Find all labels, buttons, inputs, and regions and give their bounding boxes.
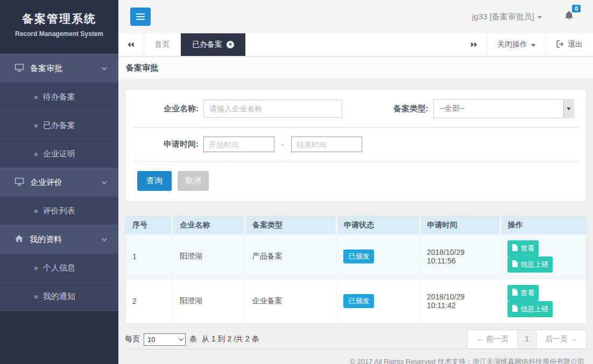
sidebar-item-personal-info[interactable]: » 个人信息 <box>0 253 118 282</box>
record-type-group: 备案类型: --全部-- <box>377 99 574 118</box>
sidebar-item-company-certificate[interactable]: » 企业证明 <box>0 139 118 168</box>
cell-type: 企业备案 <box>245 279 336 324</box>
form-row-2: 申请时间: - <box>125 128 586 161</box>
double-angle-icon: » <box>34 206 38 215</box>
tabs-scroll-right-button[interactable] <box>462 33 486 56</box>
logout-button[interactable]: 退出 <box>546 33 593 56</box>
notifications-button[interactable]: 0 <box>563 10 575 23</box>
topbar-right: jg33 [备案审批员] 0 <box>472 10 577 23</box>
info-chain-button[interactable]: 信息上链 <box>507 301 553 317</box>
col-actions: 操作 <box>500 216 587 235</box>
end-time-input[interactable] <box>291 137 362 152</box>
double-angle-icon: » <box>34 292 38 301</box>
view-button[interactable]: 查看 <box>507 240 539 256</box>
table-row: 2 阳澄湖 企业备案 已颁发 2018/10/29 10:11:42 查看信息上… <box>125 279 587 324</box>
record-type-label: 备案类型: <box>377 104 428 114</box>
home-icon <box>15 234 24 244</box>
tabs-scroll-left-button[interactable] <box>118 33 143 56</box>
brand-title: 备案管理系统 <box>0 11 118 26</box>
current-page-button[interactable]: 1 <box>518 330 536 348</box>
form-row-1: 企业名称: 备案类型: --全部-- <box>125 99 586 127</box>
sidebar-item-label: 我的资料 <box>30 234 62 245</box>
double-angle-icon: » <box>34 121 38 130</box>
sidebar-item-label: 已办备案 <box>43 120 75 131</box>
chevron-down-icon <box>102 236 107 241</box>
document-icon <box>512 244 518 253</box>
tab-done-records[interactable]: 已办备案 × <box>181 33 245 56</box>
tab-label: 已办备案 <box>192 40 222 49</box>
tab-home[interactable]: 首页 <box>143 33 181 56</box>
cancel-button[interactable]: 取消 <box>178 171 209 191</box>
sidebar-item-record-approval[interactable]: 备案审批 <box>0 54 118 82</box>
document-icon <box>512 260 518 269</box>
prev-page-button[interactable]: ← 前一页 <box>468 330 518 348</box>
double-angle-icon: » <box>34 149 38 158</box>
close-icon[interactable]: × <box>227 41 234 48</box>
info-chain-button[interactable]: 信息上链 <box>507 256 553 273</box>
double-angle-icon: » <box>34 92 38 101</box>
notification-badge: 0 <box>572 5 581 12</box>
search-button[interactable]: 查询 <box>137 171 172 191</box>
record-type-select[interactable]: --全部-- <box>433 99 574 118</box>
sidebar-item-pending-records[interactable]: » 待办备案 <box>0 82 118 111</box>
sidebar-filler <box>0 310 118 364</box>
document-icon <box>512 305 518 313</box>
sidebar-item-label: 备案审批 <box>30 63 62 74</box>
sidebar-item-label: 待办备案 <box>43 92 75 102</box>
cell-company: 阳澄湖 <box>172 234 245 279</box>
cell-time: 2018/10/29 10:11:42 <box>420 279 500 324</box>
main-area: jg33 [备案审批员] 0 首页 已办备案 × 关闭操作 <box>118 0 593 364</box>
sidebar-item-my-profile[interactable]: 我的资料 <box>0 225 118 253</box>
sidebar-item-label: 个人信息 <box>43 263 75 273</box>
start-time-input[interactable] <box>203 137 274 152</box>
sidebar-item-label: 我的通知 <box>43 291 75 302</box>
cell-company: 阳澄湖 <box>172 279 245 324</box>
sidebar-item-label: 评价列表 <box>43 206 75 216</box>
caret-down-icon <box>179 336 183 340</box>
select-arrow-button[interactable] <box>563 100 573 117</box>
sidebar-item-my-notifications[interactable]: » 我的通知 <box>0 282 118 310</box>
search-panel: 企业名称: 备案类型: --全部-- 申请时间: - <box>125 89 587 202</box>
monitor-icon <box>15 63 24 74</box>
company-name-label: 企业名称: <box>137 104 199 114</box>
double-chevron-left-icon <box>128 40 134 49</box>
record-type-value: --全部-- <box>434 104 465 113</box>
sidebar-item-done-records[interactable]: » 已办备案 <box>0 111 118 139</box>
apply-time-label: 申请时间: <box>137 139 199 149</box>
cell-index: 1 <box>125 234 173 279</box>
cell-index: 2 <box>125 279 173 324</box>
col-type: 备案类型 <box>245 216 336 235</box>
next-page-button[interactable]: 后一页 → <box>536 330 586 348</box>
sidebar-item-evaluation-list[interactable]: » 评价列表 <box>0 196 118 225</box>
caret-down-icon <box>567 108 571 110</box>
status-badge: 已颁发 <box>343 294 374 308</box>
sidebar-item-company-evaluation[interactable]: 企业评价 <box>0 168 118 196</box>
brand-subtitle: Record Management System <box>0 30 118 38</box>
col-time: 申请时间 <box>420 216 500 235</box>
unit-label: 条 <box>189 334 197 344</box>
company-name-input[interactable] <box>203 99 342 118</box>
range-separator: - <box>281 140 284 149</box>
sidebar-toggle-button[interactable] <box>130 8 151 26</box>
username-label: jg33 [备案审批员] <box>472 12 534 22</box>
document-icon <box>512 289 518 297</box>
sidebar: 备案管理系统 Record Management System 备案审批 » 待… <box>0 0 118 364</box>
company-name-group: 企业名称: <box>137 99 342 118</box>
user-menu[interactable]: jg33 [备案审批员] <box>472 12 542 22</box>
apply-time-group: 申请时间: - <box>137 137 362 152</box>
page-size-select[interactable]: 10 <box>144 333 186 346</box>
close-operations-menu[interactable]: 关闭操作 <box>486 33 546 56</box>
table-header-row: 序号 企业名称 备案类型 申请状态 申请时间 操作 <box>125 216 587 235</box>
page-title: 备案审批 <box>118 56 593 80</box>
range-label: 从 1 到 2 /共 2 条 <box>202 334 259 344</box>
footer-copyright: © 2017 All Rights Reserved 技术支持：浙江天演维真网络… <box>125 349 587 364</box>
content-area: 企业名称: 备案类型: --全部-- 申请时间: - <box>118 80 593 364</box>
view-button[interactable]: 查看 <box>507 285 539 301</box>
caret-down-icon <box>531 44 535 47</box>
form-buttons: 查询 取消 <box>125 162 586 191</box>
results-table-wrap: 序号 企业名称 备案类型 申请状态 申请时间 操作 1 阳澄湖 产品备案 已颁发 <box>125 216 587 324</box>
pagination: 每页 10 条 从 1 到 2 /共 2 条 ← 前一页 1 后一页 → <box>125 330 587 349</box>
col-company: 企业名称 <box>172 216 245 235</box>
chevron-down-icon <box>102 65 107 70</box>
results-table: 序号 企业名称 备案类型 申请状态 申请时间 操作 1 阳澄湖 产品备案 已颁发 <box>125 216 587 324</box>
